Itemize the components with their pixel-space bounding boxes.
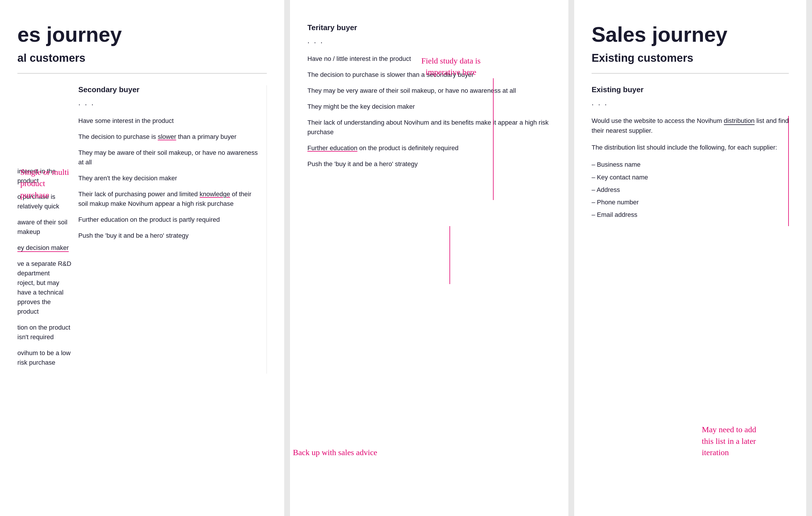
partial-bullet-6: tion on the product isn't required xyxy=(18,323,72,342)
tertiary-buyer-dots: · · · xyxy=(308,38,551,47)
right-page-subtitle: Existing customers xyxy=(591,52,789,64)
handwriting-single-multi: Single or multiproduct purchase xyxy=(20,166,72,201)
right-panel: Sales journey Existing customers Existin… xyxy=(574,0,806,516)
right-divider xyxy=(591,73,789,73)
tertiary-bullet-4: They might be the key decision maker xyxy=(308,102,551,111)
secondary-bullet-4: They aren't the key decision maker xyxy=(78,173,258,183)
underline-knowledge: knowledge xyxy=(200,190,230,198)
existing-buyer-intro1: Would use the website to access the Novi… xyxy=(591,116,789,136)
tertiary-buyer-title: Teritary buyer xyxy=(308,23,551,32)
secondary-buyer-dots: · · · xyxy=(78,100,258,109)
left-page-subtitle: al customers xyxy=(18,52,267,64)
secondary-bullet-6: Further education on the product is part… xyxy=(78,215,258,224)
existing-buyer-dots: · · · xyxy=(591,100,789,109)
tertiary-bullet-3: They may be very aware of their soil mak… xyxy=(308,86,551,95)
existing-buyer-section: Existing buyer · · · Would use the websi… xyxy=(591,85,789,220)
partial-bullet-7: ovihum to be a low risk purchase xyxy=(18,348,72,367)
existing-buyer-list-2: – Key contact name xyxy=(591,172,789,182)
secondary-bullet-7: Push the 'buy it and be a hero' strategy xyxy=(78,231,258,240)
existing-buyer-intro2: The distribution list should include the… xyxy=(591,143,789,152)
left-panel: es journey al customers Single or multip… xyxy=(0,0,284,516)
secondary-bullet-1: Have some interest in the product xyxy=(78,116,258,125)
page-container: es journey al customers Single or multip… xyxy=(0,0,812,516)
secondary-bullet-2: The decision to purchase is slower than … xyxy=(78,132,258,142)
vertical-line-bottom xyxy=(450,226,450,284)
existing-buyer-list-3: – Address xyxy=(591,185,789,195)
existing-buyer-list-4: – Phone number xyxy=(591,197,789,207)
tertiary-bullet-6: Further education on the product is defi… xyxy=(308,143,551,153)
secondary-bullet-5: Their lack of purchasing power and limit… xyxy=(78,189,258,208)
primary-buyer-column: Single or multiproduct purchase interest… xyxy=(18,85,78,374)
handwriting-field-study: Field study data isimperative here xyxy=(400,55,502,78)
secondary-bullet-3: They may be aware of their soil makeup, … xyxy=(78,148,258,167)
left-divider xyxy=(18,73,267,73)
vertical-line-middle xyxy=(493,78,494,200)
vertical-line-right xyxy=(788,116,789,226)
existing-buyer-list-1: – Business name xyxy=(591,159,789,170)
tertiary-buyer-section: Teritary buyer · · · Have no / little in… xyxy=(308,23,551,169)
tertiary-bullet-5: Their lack of understanding about Novihu… xyxy=(308,118,551,137)
middle-panel: Field study data isimperative here Terit… xyxy=(290,0,569,516)
existing-buyer-title: Existing buyer xyxy=(591,85,789,94)
underline-distribution: distribution xyxy=(724,117,755,125)
underline-further-education: Further education xyxy=(308,144,357,152)
right-page-title: Sales journey xyxy=(591,23,789,46)
handwriting-may-need: May need to addthis list in a lateritera… xyxy=(702,424,801,458)
tertiary-bullet-7: Push the 'buy it and be a hero' strategy xyxy=(308,159,551,169)
secondary-buyer-title: Secondary buyer xyxy=(78,85,258,94)
partial-bullet-5: ve a separate R&D departmentroject, but … xyxy=(18,259,72,316)
partial-bullet-3: aware of their soil makeup xyxy=(18,217,72,237)
existing-buyer-list-5: – Email address xyxy=(591,210,789,220)
left-page-title: es journey xyxy=(18,23,267,46)
underline-key-decision: ey decision maker xyxy=(18,244,69,252)
underline-slower: slower xyxy=(158,133,176,140)
partial-bullet-4: ey decision maker xyxy=(18,243,72,252)
far-right-grey xyxy=(806,0,812,516)
handwriting-back-up: Back up with sales advice xyxy=(293,447,395,458)
secondary-buyer-column: Secondary buyer · · · Have some interest… xyxy=(78,85,267,374)
